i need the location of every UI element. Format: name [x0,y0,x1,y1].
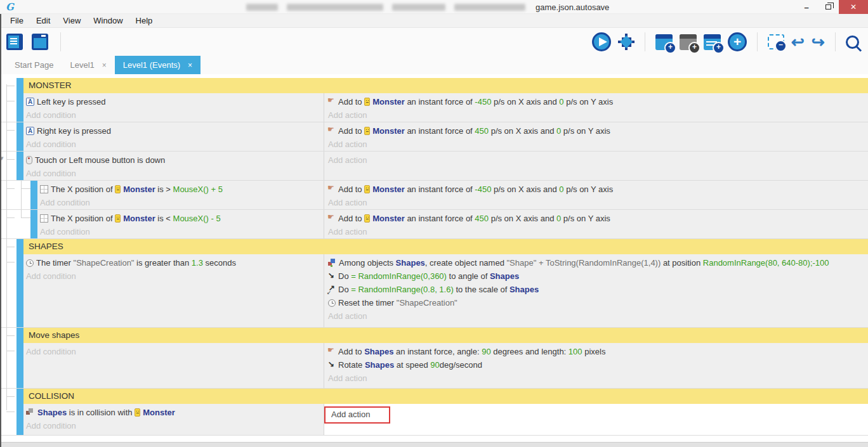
add-subevent-button[interactable] [680,34,697,50]
action-line[interactable]: Among objects Shapes, create object name… [328,256,868,269]
event-selection-bar [16,328,23,343]
event-group-header[interactable]: Move shapes [23,328,868,343]
add-action-placeholder[interactable]: Add action [328,139,367,149]
action-text: Monster [372,97,405,107]
event-group-header[interactable]: MONSTER [23,78,868,93]
action-text: "ShapeCreation" [397,298,457,308]
menu-view[interactable]: View [56,16,87,25]
add-comment-button[interactable] [704,34,721,50]
event-tree-gutter-collapse-arrow[interactable] [0,152,16,180]
undo-button[interactable] [791,34,805,50]
add-action-placeholder[interactable]: Add action [328,311,367,321]
action-line[interactable]: Do = RandomInRange(0,360) to angle of Sh… [328,269,868,283]
toolbar-separator [645,32,645,51]
highlighted-add-action[interactable]: Add action [324,406,390,424]
add-event-button[interactable] [655,34,673,50]
action-line[interactable]: Reset the timer "ShapeCreation" [328,296,868,309]
position-icon [40,214,48,223]
tab-level1[interactable]: Level1× [62,56,114,74]
action-text: Add to [338,126,364,136]
event-group-header[interactable]: SHAPES [23,239,868,254]
conditions-cell: Touch or Left mouse button is downAdd co… [23,152,324,180]
add-action-placeholder[interactable]: Add action [328,155,367,165]
menu-help[interactable]: Help [129,16,159,25]
close-tab-icon[interactable]: × [188,61,192,70]
action-line[interactable]: Rotate Shapes at speed 90deg/second [328,358,868,372]
condition-line[interactable]: Add condition [26,167,324,180]
condition-line[interactable]: Shapes is in collision with Monster [26,406,324,419]
condition-line[interactable]: The timer "ShapeCreation" is greater tha… [26,256,324,269]
scene-edit-button[interactable] [32,34,48,50]
condition-line[interactable]: Add condition [40,225,324,238]
action-line[interactable]: Add action [328,138,868,151]
action-line[interactable]: Add to Monster an instant force of -450 … [328,95,868,108]
action-text: p/s on X axis and [491,97,559,107]
action-line[interactable]: Add to Monster an instant force of -450 … [328,183,868,196]
event-group-header[interactable]: COLLISION [23,389,868,404]
condition-line[interactable]: The X position of Monster is > MouseX() … [40,183,324,196]
action-text: p/s on Y axis [561,214,610,223]
delete-event-button[interactable] [768,34,784,49]
action-line[interactable]: Do = RandomInRange(0.8, 1.6) to the scal… [328,283,868,296]
menu-edit[interactable]: Edit [30,16,56,25]
tab-start-page[interactable]: Start Page [6,56,62,74]
add-other-button[interactable] [728,32,747,51]
debug-button[interactable] [618,34,635,50]
condition-line[interactable]: Add condition [40,196,324,209]
action-line[interactable]: Add action [328,196,868,209]
restore-button[interactable] [817,0,839,14]
project-manager-button[interactable] [6,34,23,50]
action-line[interactable]: Add action [328,108,868,122]
event-tree-gutter [0,181,16,209]
condition-line[interactable]: Add condition [26,419,324,432]
create-icon [328,259,336,267]
add-condition-placeholder[interactable]: Add condition [40,198,90,207]
play-button[interactable] [592,32,611,51]
action-line[interactable]: Add action [328,225,868,238]
tab-label: Level1 [70,60,94,70]
event-tree-gutter [0,239,16,254]
action-line[interactable]: Add to Monster an instant force of 450 p… [328,212,868,225]
minimize-button[interactable]: – [796,0,817,14]
condition-line[interactable]: Add condition [26,108,324,122]
toolbar-separator [757,32,758,51]
condition-line[interactable]: Add condition [26,269,324,283]
add-condition-placeholder[interactable]: Add condition [26,421,76,431]
tab-level1-events[interactable]: Level1 (Events)× [115,56,201,74]
action-text: Shapes [364,347,393,356]
add-condition-placeholder[interactable]: Add condition [26,169,76,178]
action-line[interactable]: Add to Shapes an instant force, angle: 9… [328,345,868,358]
search-button[interactable] [846,36,859,49]
redo-button[interactable] [812,34,825,50]
monster-icon [115,214,121,223]
condition-line[interactable]: Left key is pressed [26,95,324,108]
event-row: Touch or Left mouse button is downAdd co… [0,152,868,181]
action-line[interactable]: Add to Monster an instant force of 450 p… [328,124,868,138]
add-condition-placeholder[interactable]: Add condition [26,347,76,356]
action-text: 0 [559,185,563,194]
add-condition-placeholder[interactable]: Add condition [26,271,76,281]
close-button[interactable]: ✕ [839,0,868,14]
close-tab-icon[interactable]: × [102,61,107,70]
add-condition-placeholder[interactable]: Add condition [26,110,76,120]
action-line[interactable]: Add action [328,309,868,323]
action-line[interactable]: Add action [328,372,868,385]
add-action-placeholder[interactable]: Add action [328,110,367,120]
condition-line[interactable]: Touch or Left mouse button is down [26,153,324,167]
condition-line[interactable]: Add condition [26,345,324,358]
menu-window[interactable]: Window [87,16,129,25]
condition-line[interactable]: The X position of Monster is < MouseX() … [40,212,324,225]
add-action-placeholder[interactable]: Add action [328,373,367,383]
monster-icon [364,214,370,223]
condition-line[interactable]: Right key is pressed [26,124,324,138]
add-condition-placeholder[interactable]: Add condition [26,139,76,149]
add-action-placeholder[interactable]: Add action [328,227,367,236]
actions-cell: Add to Monster an instant force of 450 p… [324,122,868,151]
add-action-placeholder[interactable]: Add action [328,198,367,207]
menu-file[interactable]: File [4,16,30,25]
add-condition-placeholder[interactable]: Add condition [40,227,90,236]
condition-text: is greater than [134,258,191,268]
action-line[interactable]: Add action [328,406,868,424]
condition-line[interactable]: Add condition [26,138,324,151]
action-line[interactable]: Add action [328,153,868,167]
